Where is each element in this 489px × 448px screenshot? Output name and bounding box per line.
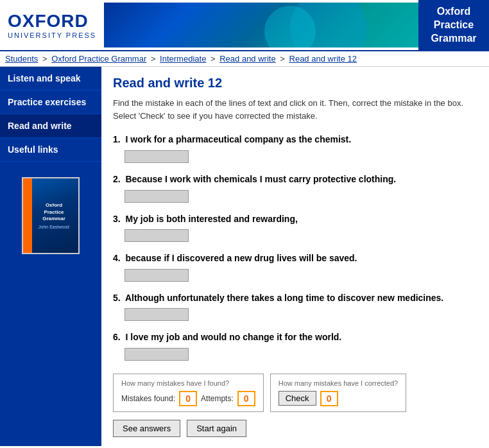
question-6-input[interactable]: [124, 348, 189, 361]
found-row: Mistakes found: 0 Attempts: 0: [121, 391, 255, 406]
sidebar-item-read-and-write[interactable]: Read and write: [0, 114, 101, 138]
sidebar-item-listen-and-speak[interactable]: Listen and speak: [0, 67, 101, 90]
mistakes-found-value: 0: [179, 391, 197, 406]
mistakes-found-box: How many mistakes have I found? Mistakes…: [113, 374, 264, 412]
start-again-button[interactable]: Start again: [187, 420, 246, 437]
mistakes-found-label: Mistakes found:: [121, 394, 175, 403]
check-button[interactable]: Check: [279, 391, 316, 406]
instructions: Find the mistake in each of the lines of…: [113, 97, 477, 122]
corrected-row: Check 0: [279, 391, 398, 406]
mistakes-corrected-box: How many mistakes have I corrected? Chec…: [270, 374, 406, 412]
question-4-text[interactable]: 4. because if I discovered a new drug li…: [113, 252, 477, 265]
attempts-value: 0: [237, 391, 255, 406]
questions-list: 1. I work for a pharmaceutical company a…: [113, 134, 477, 361]
breadcrumb-students[interactable]: Students: [5, 54, 38, 64]
question-6-text[interactable]: 6. I love my job and would no change it …: [113, 331, 477, 344]
attempts-label: Attempts:: [201, 394, 234, 403]
question-5: 5. Although unfortunately there takes a …: [113, 292, 477, 322]
book-title: OxfordPracticeGrammar: [42, 202, 65, 222]
question-4: 4. because if I discovered a new drug li…: [113, 252, 477, 282]
question-1-input[interactable]: [124, 150, 189, 163]
question-2: 2. Because I work with chemicals I must …: [113, 173, 477, 203]
question-1-text[interactable]: 1. I work for a pharmaceutical company a…: [113, 134, 477, 146]
corrected-value: 0: [320, 391, 338, 406]
sidebar: Listen and speak Practice exercises Read…: [0, 67, 101, 446]
header-banner: [104, 3, 418, 47]
see-answers-button[interactable]: See answers: [113, 420, 180, 437]
breadcrumb-oxford-practice-grammar[interactable]: Oxford Practice Grammar: [51, 54, 146, 64]
breadcrumb-intermediate[interactable]: Intermediate: [160, 54, 206, 64]
question-6: 6. I love my job and would no change it …: [113, 331, 477, 361]
question-5-text[interactable]: 5. Although unfortunately there takes a …: [113, 292, 477, 305]
content: Read and write 12 Find the mistake in ea…: [101, 67, 489, 446]
bottom-buttons: See answers Start again: [113, 420, 477, 437]
question-1: 1. I work for a pharmaceutical company a…: [113, 134, 477, 163]
breadcrumb-read-and-write[interactable]: Read and write: [219, 54, 275, 64]
stats-area: How many mistakes have I found? Mistakes…: [113, 374, 477, 412]
question-3-input[interactable]: [124, 229, 189, 242]
oxford-logo: OXFORD UNIVERSITY PRESS: [0, 6, 104, 44]
question-5-input[interactable]: [124, 308, 189, 321]
question-2-input[interactable]: [124, 190, 189, 203]
header: OXFORD UNIVERSITY PRESS Oxford Practice …: [0, 0, 489, 51]
oxford-name: OXFORD: [8, 12, 96, 31]
breadcrumb: Students > Oxford Practice Grammar > Int…: [0, 51, 489, 67]
page-title: Read and write 12: [113, 76, 477, 90]
question-3-text[interactable]: 3. My job is both interested and rewardi…: [113, 213, 477, 226]
main-layout: Listen and speak Practice exercises Read…: [0, 67, 489, 446]
found-title: How many mistakes have I found?: [121, 379, 255, 387]
sidebar-item-useful-links[interactable]: Useful links: [0, 138, 101, 162]
header-title: Oxford Practice Grammar: [418, 0, 489, 50]
question-4-input[interactable]: [124, 269, 189, 282]
question-2-text[interactable]: 2. Because I work with chemicals I must …: [113, 173, 477, 186]
book-cover: OxfordPracticeGrammar John Eastwood: [22, 177, 80, 254]
sidebar-item-practice-exercises[interactable]: Practice exercises: [0, 90, 101, 114]
breadcrumb-read-and-write-12[interactable]: Read and write 12: [289, 54, 357, 64]
corrected-title: How many mistakes have I corrected?: [279, 379, 398, 387]
sidebar-book: OxfordPracticeGrammar John Eastwood: [0, 172, 101, 259]
question-3: 3. My job is both interested and rewardi…: [113, 213, 477, 243]
oxford-university: UNIVERSITY PRESS: [8, 31, 96, 39]
book-author: John Eastwood: [39, 225, 69, 229]
